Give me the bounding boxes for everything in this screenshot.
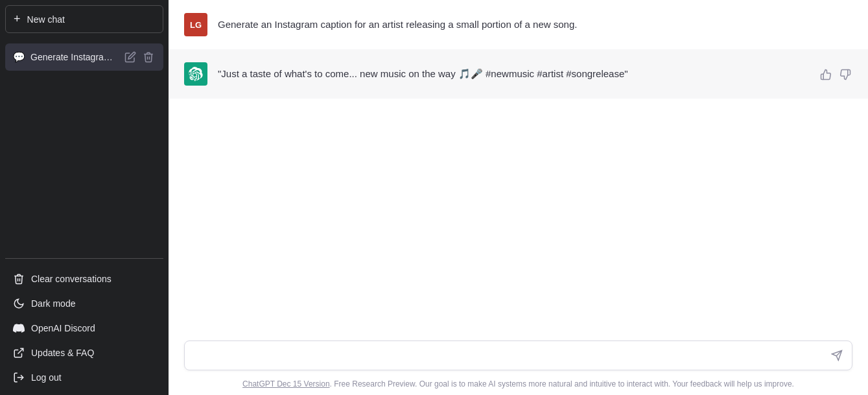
- sidebar: + New chat 💬 Generate Instagram Ca...: [0, 0, 169, 395]
- sidebar-divider: [5, 258, 163, 259]
- footer-text: ChatGPT Dec 15 Version. Free Research Pr…: [169, 376, 868, 395]
- chatgpt-version-link[interactable]: ChatGPT Dec 15 Version: [242, 379, 330, 389]
- dark-mode-item[interactable]: Dark mode: [5, 291, 163, 316]
- gpt-avatar: [184, 62, 207, 86]
- assistant-message-content: "Just a taste of what's to come... new m…: [218, 62, 808, 82]
- discord-icon: [13, 322, 25, 334]
- user-avatar-text: LG: [190, 20, 202, 30]
- updates-faq-label: Updates & FAQ: [31, 348, 94, 358]
- conversation-item[interactable]: 💬 Generate Instagram Ca...: [5, 43, 163, 71]
- thumbs-up-button[interactable]: [819, 67, 833, 84]
- logout-item[interactable]: Log out: [5, 365, 163, 390]
- delete-conversation-button[interactable]: [141, 50, 156, 64]
- logout-icon: [13, 372, 25, 383]
- external-link-icon: [13, 347, 25, 359]
- new-chat-button[interactable]: + New chat: [5, 5, 163, 33]
- input-container: [184, 341, 852, 370]
- conversations-list: 💬 Generate Instagram Ca...: [0, 38, 169, 256]
- openai-logo-icon: [189, 67, 203, 81]
- logout-label: Log out: [31, 372, 62, 383]
- conversation-label: Generate Instagram Ca...: [30, 52, 118, 62]
- new-chat-label: New chat: [27, 14, 65, 25]
- thumbs-down-button[interactable]: [838, 67, 852, 84]
- discord-label: OpenAI Discord: [31, 323, 95, 333]
- clear-conversations-label: Clear conversations: [31, 274, 111, 284]
- main-chat-area: LG Generate an Instagram caption for an …: [169, 0, 868, 395]
- assistant-message-row: "Just a taste of what's to come... new m…: [169, 49, 868, 99]
- input-area: [169, 330, 868, 376]
- footer-suffix: . Free Research Preview. Our goal is to …: [330, 379, 794, 389]
- pencil-icon: [124, 51, 136, 63]
- sidebar-top: + New chat: [0, 0, 169, 38]
- user-message-content: Generate an Instagram caption for an art…: [218, 13, 852, 32]
- chat-input[interactable]: [194, 348, 826, 363]
- thumbs-up-icon: [820, 69, 832, 80]
- thumbs-down-icon: [839, 69, 851, 80]
- user-avatar: LG: [184, 13, 207, 36]
- send-icon: [831, 350, 843, 361]
- edit-conversation-button[interactable]: [123, 50, 137, 64]
- send-button[interactable]: [831, 350, 843, 361]
- svg-line-0: [18, 348, 23, 353]
- trash-icon: [143, 51, 154, 63]
- message-feedback-actions: [819, 62, 852, 84]
- conversation-actions: [123, 50, 156, 64]
- chat-bubble-icon: 💬: [13, 51, 25, 63]
- trash-icon: [13, 273, 25, 285]
- user-message-row: LG Generate an Instagram caption for an …: [169, 0, 868, 49]
- dark-mode-label: Dark mode: [31, 298, 75, 309]
- moon-icon: [13, 298, 25, 309]
- plus-icon: +: [14, 12, 21, 26]
- clear-conversations-item[interactable]: Clear conversations: [5, 267, 163, 291]
- chat-messages: LG Generate an Instagram caption for an …: [169, 0, 868, 330]
- updates-faq-item[interactable]: Updates & FAQ: [5, 341, 163, 365]
- sidebar-bottom: Clear conversations Dark mode OpenAI Dis…: [0, 261, 169, 395]
- discord-item[interactable]: OpenAI Discord: [5, 316, 163, 341]
